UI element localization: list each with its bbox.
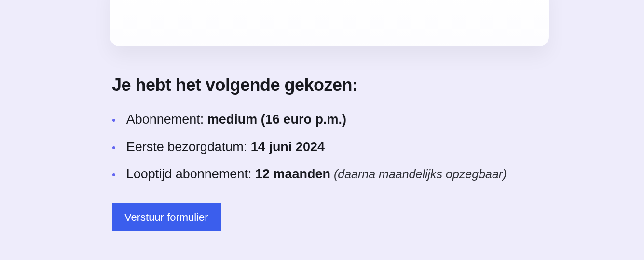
summary-heading: Je hebt het volgende gekozen:: [112, 75, 546, 95]
summary-section: Je hebt het volgende gekozen: • Abonneme…: [112, 75, 546, 231]
summary-list: • Abonnement: medium (16 euro p.m.) • Ee…: [112, 110, 546, 184]
item-note: (daarna maandelijks opzegbaar): [330, 167, 507, 181]
item-value: 12 maanden: [255, 167, 330, 181]
list-item-text: Abonnement: medium (16 euro p.m.): [126, 110, 346, 130]
submit-button[interactable]: Verstuur formulier: [112, 203, 221, 231]
list-item: • Looptijd abonnement: 12 maanden (daarn…: [112, 164, 546, 184]
list-item-text: Eerste bezorgdatum: 14 juni 2024: [126, 137, 325, 157]
list-item-text: Looptijd abonnement: 12 maanden (daarna …: [126, 164, 507, 184]
list-item: • Eerste bezorgdatum: 14 juni 2024: [112, 137, 546, 157]
bullet-icon: •: [112, 140, 116, 156]
card-placeholder: [110, 0, 549, 46]
item-label: Looptijd abonnement:: [126, 167, 255, 181]
list-item: • Abonnement: medium (16 euro p.m.): [112, 110, 546, 130]
bullet-icon: •: [112, 112, 116, 128]
item-value: medium (16 euro p.m.): [207, 112, 346, 127]
item-label: Eerste bezorgdatum:: [126, 140, 251, 154]
bullet-icon: •: [112, 167, 116, 183]
item-value: 14 juni 2024: [251, 140, 325, 154]
item-label: Abonnement:: [126, 112, 207, 127]
